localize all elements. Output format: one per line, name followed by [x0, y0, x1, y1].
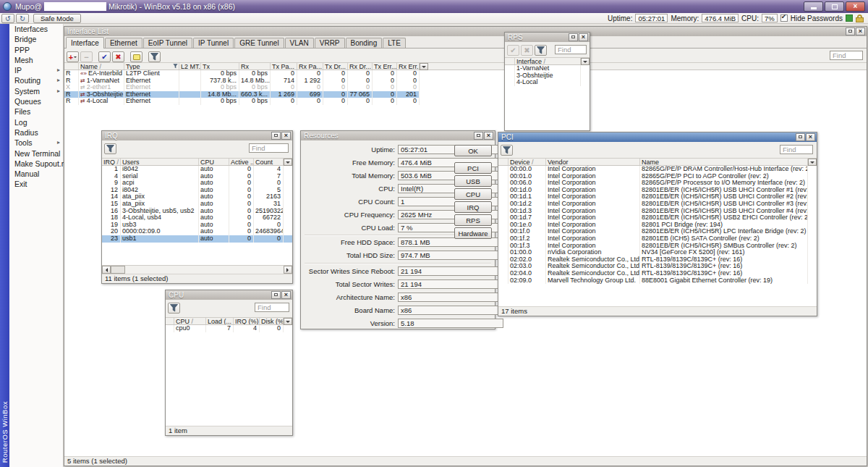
- enable-button[interactable]: ✔: [507, 45, 519, 56]
- irq-titlebar[interactable]: IRQ ×: [102, 131, 292, 140]
- resources-titlebar[interactable]: Resources ×: [301, 131, 495, 140]
- restore-button[interactable]: [846, 28, 855, 35]
- sidebar-item-exit[interactable]: Exit: [9, 179, 63, 189]
- column-header-active[interactable]: Active ...: [229, 159, 254, 165]
- table-row[interactable]: 01:00.0nVidia CorporationNV34 [GeForce F…: [498, 249, 817, 256]
- column-header-disk-pct[interactable]: Disk (%): [260, 318, 284, 324]
- table-row[interactable]: 163-Obshteijtie, usb5, usb2auto025190322: [102, 208, 292, 215]
- sidebar-item-ppp[interactable]: PPP: [9, 45, 63, 55]
- scroll-left-button[interactable]: [102, 266, 111, 274]
- restore-button[interactable]: [569, 33, 578, 41]
- maximize-button[interactable]: [825, 1, 844, 12]
- column-header-device[interactable]: Device: [509, 159, 546, 165]
- table-row[interactable]: 00:1f.3Intel Corporation82801EB/ER (ICH5…: [498, 243, 817, 250]
- table-row[interactable]: 00:1d.1Intel Corporation82801EB/ER (ICH5…: [498, 193, 817, 201]
- table-row[interactable]: 23usb1auto00: [102, 235, 292, 243]
- column-header-cpu[interactable]: CPU: [174, 318, 206, 324]
- column-header-load[interactable]: Load (...: [206, 318, 234, 324]
- table-row[interactable]: 15ata_piixauto031: [102, 201, 292, 208]
- scroll-right-button[interactable]: [284, 266, 292, 274]
- close-button[interactable]: ×: [806, 133, 815, 141]
- find-input[interactable]: Find: [555, 45, 587, 54]
- sidebar-item-mesh[interactable]: Mesh: [9, 55, 63, 65]
- filter-button[interactable]: [501, 145, 513, 156]
- cpu-button[interactable]: CPU: [454, 188, 492, 200]
- tab-interface[interactable]: Interface: [66, 37, 104, 49]
- column-header-tx-packet[interactable]: Tx Pa...: [271, 63, 297, 70]
- restore-button[interactable]: [796, 133, 805, 141]
- safe-mode-button[interactable]: Safe Mode: [33, 14, 81, 23]
- filter-button[interactable]: [148, 51, 161, 62]
- find-input[interactable]: Find: [255, 303, 289, 312]
- column-header-cpu[interactable]: CPU: [199, 159, 229, 165]
- disable-button[interactable]: ✖: [112, 51, 124, 62]
- column-header-interface[interactable]: Interface: [515, 58, 581, 64]
- find-input[interactable]: Find: [780, 145, 813, 154]
- tab-ethernet[interactable]: Ethernet: [105, 38, 142, 48]
- table-row[interactable]: 1-VarnaNet: [505, 65, 590, 72]
- table-row[interactable]: 02:02.0Realtek Semiconductor Co., Ltd.RT…: [498, 256, 817, 264]
- close-button[interactable]: ×: [846, 1, 865, 12]
- rps-button[interactable]: RPS: [454, 214, 492, 226]
- table-row[interactable]: 3-Obshteijtie: [505, 72, 590, 80]
- table-row[interactable]: 00:01.0Intel Corporation82865G/PE/P PCI …: [498, 173, 817, 180]
- column-header-tx-drop[interactable]: Tx Dr...: [323, 63, 348, 70]
- usb-button[interactable]: USB: [454, 175, 492, 187]
- remove-button[interactable]: −: [80, 51, 93, 62]
- filter-button[interactable]: [535, 45, 547, 56]
- table-row[interactable]: 1i8042auto04: [102, 166, 292, 173]
- column-header-flags[interactable]: [64, 63, 79, 70]
- find-input[interactable]: Find: [830, 51, 863, 60]
- filter-button[interactable]: [168, 303, 180, 314]
- restore-button[interactable]: [474, 132, 483, 140]
- minimize-button[interactable]: [804, 1, 823, 12]
- table-row[interactable]: REA-InterbildL2TP Client0 bps0 bps000000: [64, 70, 420, 77]
- pci-button[interactable]: PCI: [454, 162, 492, 174]
- table-row[interactable]: 00:00.0Intel Corporation82865G/PE/P DRAM…: [498, 166, 817, 173]
- table-row[interactable]: cpu0740: [166, 325, 292, 332]
- column-dropdown-button[interactable]: [808, 159, 817, 166]
- table-row[interactable]: 00:1d.3Intel Corporation82801EB/ER (ICH5…: [498, 208, 817, 215]
- enable-button[interactable]: ✔: [98, 51, 111, 62]
- restore-button[interactable]: [271, 132, 281, 140]
- table-row[interactable]: 4serialauto07: [102, 173, 292, 180]
- table-row[interactable]: 00:1d.2Intel Corporation82801EB/ER (ICH5…: [498, 201, 817, 208]
- restore-button[interactable]: [271, 291, 281, 299]
- tab-gre-tunnel[interactable]: GRE Tunnel: [234, 38, 284, 48]
- sidebar-item-radius[interactable]: Radius: [9, 127, 63, 138]
- tab-vrrp[interactable]: VRRP: [315, 38, 345, 48]
- column-dropdown-button[interactable]: [581, 58, 590, 65]
- cpu-titlebar[interactable]: CPU ×: [166, 290, 292, 300]
- rps-titlebar[interactable]: RPS ×: [505, 33, 590, 42]
- sidebar-item-files[interactable]: Files: [9, 106, 63, 117]
- column-header-tx-error[interactable]: Tx Err...: [373, 63, 397, 70]
- sidebar-item-new-terminal[interactable]: New Terminal: [9, 148, 63, 159]
- table-row[interactable]: 00:1e.0Intel Corporation82801 PCI Bridge…: [498, 222, 817, 229]
- sidebar-item-routing[interactable]: Routing▸: [9, 75, 63, 85]
- tab-bonding[interactable]: Bonding: [346, 38, 383, 48]
- hardware-button[interactable]: Hardware: [454, 227, 492, 239]
- table-row[interactable]: R3-ObshteijtieEthernet14.8 Mb...660.3 k.…: [64, 91, 420, 98]
- column-header-name[interactable]: Name: [79, 63, 124, 70]
- close-button[interactable]: ×: [579, 33, 588, 41]
- close-button[interactable]: ×: [484, 132, 493, 140]
- close-button[interactable]: ×: [281, 132, 291, 140]
- table-row[interactable]: R4-LocalEthernet0 bps0 bps000000: [64, 98, 420, 105]
- column-header-rx[interactable]: Rx: [239, 63, 271, 70]
- table-row[interactable]: 02:04.0Realtek Semiconductor Co., Ltd.RT…: [498, 270, 817, 277]
- hide-passwords-checkbox[interactable]: [780, 14, 788, 22]
- column-dropdown-button[interactable]: [420, 63, 428, 70]
- column-header-tx[interactable]: Tx: [201, 63, 239, 70]
- column-header-name[interactable]: Name: [640, 159, 808, 165]
- table-row[interactable]: 9acpiauto00: [102, 180, 292, 187]
- sidebar-item-system[interactable]: System▸: [9, 86, 63, 96]
- table-row[interactable]: 12i8042auto05: [102, 187, 292, 194]
- disable-button[interactable]: ✖: [521, 45, 533, 56]
- column-header-irq-pct[interactable]: IRQ (%): [234, 318, 260, 324]
- interface-list-titlebar[interactable]: Interface List ×: [64, 27, 867, 36]
- sidebar-item-interfaces[interactable]: Interfaces: [9, 24, 63, 34]
- column-header-rx-drop[interactable]: Rx Dr...: [348, 63, 373, 70]
- sidebar-item-log[interactable]: Log: [9, 117, 63, 127]
- horizontal-scrollbar[interactable]: [102, 265, 292, 274]
- tab-vlan[interactable]: VLAN: [285, 38, 314, 48]
